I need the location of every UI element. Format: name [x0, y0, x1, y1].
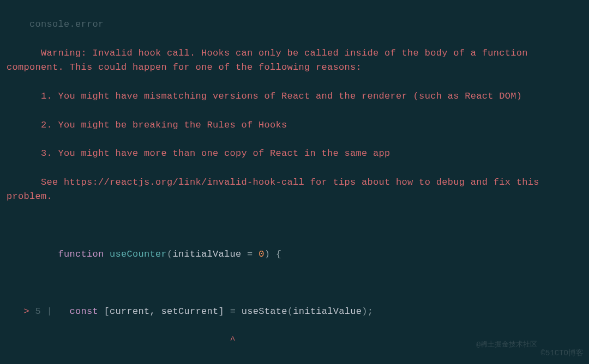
terminal-output: console.error Warning: Invalid hook call…	[7, 3, 582, 364]
error-line-2: 1. You might have mismatching versions o…	[7, 89, 582, 104]
error-line-3: 2. You might be breaking the Rules of Ho…	[7, 118, 582, 132]
watermark-juejin: @稀土掘金技术社区	[476, 339, 537, 350]
code-line-fn-decl: function useCounter(initialValue = 0) {	[7, 247, 582, 262]
code-line-error-pointer: > 5 | const [current, setCurrent] = useS…	[7, 305, 582, 319]
console-error-label: console.error	[7, 17, 582, 32]
watermark-51cto: ©51CTO博客	[541, 348, 584, 360]
error-line-4: 3. You might have more than one copy of …	[7, 147, 582, 161]
error-line-1: Warning: Invalid hook call. Hooks can on…	[7, 46, 582, 75]
error-line-5: See https://reactjs.org/link/invalid-hoo…	[7, 175, 582, 204]
